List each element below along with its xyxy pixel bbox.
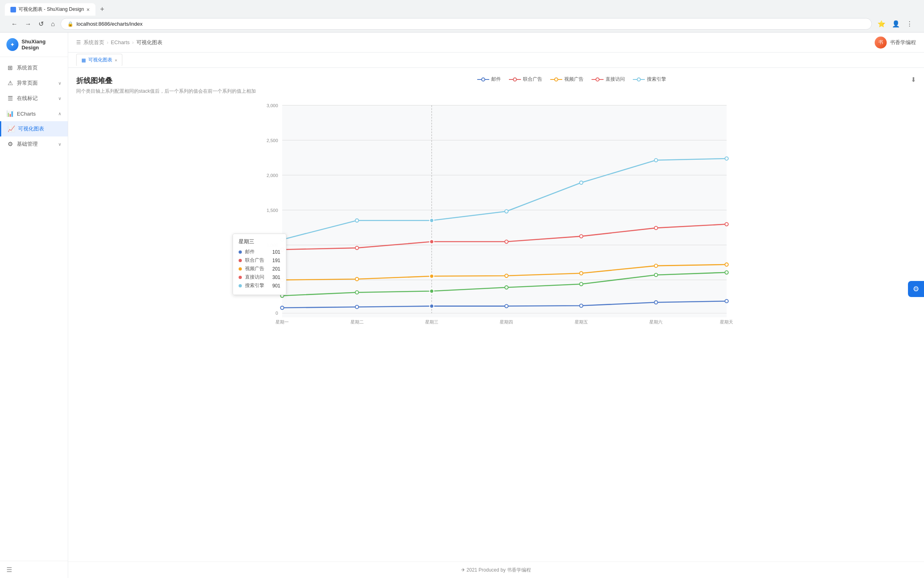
- sidebar-item-home[interactable]: ⊞ 系统首页: [0, 60, 68, 75]
- url-bar[interactable]: 🔒 localhost:8686/echarts/index: [61, 18, 872, 30]
- sidebar-item-label: 基础管理: [17, 140, 38, 148]
- svg-point-60: [725, 271, 728, 274]
- menu-icon[interactable]: ☰: [6, 566, 12, 573]
- svg-text:1,500: 1,500: [267, 208, 278, 213]
- legend-item-search: 搜索引擎: [633, 76, 666, 83]
- logo-icon: ✦: [6, 38, 18, 51]
- legend-label-email: 邮件: [491, 76, 501, 83]
- sidebar-nav: ⊞ 系统首页 ⚠ 异常页面 ∨ ☰ 在线标记 ∨ 📊 ECharts ∧ 📈 可…: [0, 57, 68, 561]
- home-icon: ⊞: [6, 64, 14, 71]
- page-tab-icon: ▦: [81, 57, 86, 63]
- profile-button[interactable]: 👤: [890, 18, 902, 29]
- svg-point-69: [430, 240, 434, 244]
- browser-tab[interactable]: 可视化图表 - ShuXiang Design ×: [5, 3, 95, 16]
- sidebar-logo: ✦ ShuXiang Design: [0, 33, 68, 57]
- svg-point-66: [654, 301, 658, 304]
- svg-point-57: [505, 286, 508, 289]
- sidebar-item-label: ECharts: [17, 111, 36, 117]
- footer-icon: ✈: [461, 567, 465, 573]
- top-bar: ☰ 系统首页 › ECharts › 可视化图表 书 书香学编程: [68, 33, 924, 53]
- main-content: ☰ 系统首页 › ECharts › 可视化图表 书 书香学编程 ▦ 可视化图表…: [68, 33, 924, 578]
- legend-line-email: [477, 77, 489, 82]
- chevron-down-icon: ∨: [58, 81, 61, 86]
- svg-point-58: [580, 283, 583, 286]
- chevron-up-icon: ∧: [58, 111, 61, 116]
- page-tab-viz[interactable]: ▦ 可视化图表 ×: [76, 54, 122, 66]
- svg-point-53: [725, 263, 728, 266]
- extensions-button[interactable]: ⭐: [876, 18, 887, 29]
- svg-text:1,000: 1,000: [267, 243, 278, 248]
- svg-point-65: [580, 304, 583, 307]
- sidebar-item-label: 可视化图表: [18, 125, 44, 132]
- tab-close-button[interactable]: ×: [86, 6, 89, 13]
- svg-text:星期三: 星期三: [425, 320, 438, 324]
- sidebar-item-bookmark[interactable]: ☰ 在线标记 ∨: [0, 91, 68, 106]
- sidebar-item-label: 在线标记: [17, 95, 38, 102]
- chart-area: 折线图堆叠 同个类目轴上系列配置相同的stack值后，后一个系列的值会在前一个系…: [68, 68, 924, 562]
- svg-point-48: [355, 277, 359, 281]
- new-tab-button[interactable]: +: [97, 4, 108, 15]
- svg-point-38: [654, 159, 658, 162]
- warning-icon: ⚠: [6, 79, 14, 87]
- sidebar-item-echarts[interactable]: 📊 ECharts ∧: [0, 106, 68, 121]
- sidebar-item-error[interactable]: ⚠ 异常页面 ∨: [0, 75, 68, 91]
- back-button[interactable]: ←: [10, 19, 19, 29]
- tab-strip: ▦ 可视化图表 ×: [68, 53, 924, 68]
- sidebar-item-label: 系统首页: [17, 64, 38, 71]
- download-button[interactable]: ⬇: [911, 76, 916, 83]
- settings-icon: ⚙: [6, 140, 14, 148]
- svg-text:0: 0: [276, 311, 278, 315]
- menu-button[interactable]: ⋮: [905, 18, 914, 29]
- svg-point-54: [280, 294, 284, 297]
- svg-text:500: 500: [270, 278, 278, 283]
- chevron-down-icon: ∨: [58, 96, 61, 101]
- user-area: 书 书香学编程: [875, 37, 916, 49]
- legend-item-email: 邮件: [477, 76, 501, 83]
- svg-point-43: [505, 240, 508, 243]
- legend-line-direct: [592, 77, 604, 82]
- svg-text:2,500: 2,500: [267, 138, 278, 143]
- legend-line-union: [509, 77, 521, 82]
- svg-point-33: [280, 238, 284, 241]
- svg-point-59: [654, 273, 658, 277]
- forward-button[interactable]: →: [23, 19, 33, 29]
- svg-point-40: [280, 248, 284, 251]
- settings-fab-button[interactable]: ⚙: [908, 281, 924, 297]
- svg-point-71: [430, 289, 434, 293]
- svg-point-50: [505, 274, 508, 277]
- chart-svg: 3,000 2,500 2,000 1,500 1,000 500 0 星期一 …: [76, 101, 916, 334]
- user-name: 书香学编程: [890, 39, 916, 46]
- legend-label-direct: 直接访问: [606, 76, 625, 83]
- lock-icon: 🔒: [67, 21, 73, 27]
- breadcrumb-current: 可视化图表: [136, 39, 162, 46]
- sidebar-item-viz[interactable]: 📈 可视化图表: [0, 121, 68, 136]
- home-button[interactable]: ⌂: [49, 19, 57, 29]
- page-tab-label: 可视化图表: [88, 57, 112, 63]
- legend-label-union: 联合广告: [523, 76, 542, 83]
- svg-point-46: [725, 222, 728, 226]
- svg-point-39: [725, 157, 728, 160]
- page-tab-close-button[interactable]: ×: [115, 58, 117, 63]
- sidebar-item-base[interactable]: ⚙ 基础管理 ∨: [0, 136, 68, 152]
- avatar: 书: [875, 37, 887, 49]
- footer-text: 2021 Produced by 书香学编程: [466, 567, 531, 573]
- breadcrumb-home[interactable]: 系统首页: [83, 39, 104, 46]
- chevron-down-icon: ∨: [58, 142, 61, 147]
- svg-point-62: [355, 305, 359, 309]
- svg-point-41: [355, 246, 359, 249]
- svg-point-70: [430, 274, 434, 278]
- legend-item-direct: 直接访问: [592, 76, 625, 83]
- chart-subtitle: 同个类目轴上系列配置相同的stack值后，后一个系列的值会在前一个系列的值上相加: [76, 88, 916, 95]
- legend-item-union: 联合广告: [509, 76, 542, 83]
- viz-icon: 📈: [8, 125, 15, 132]
- svg-point-7: [596, 78, 599, 81]
- svg-text:星期五: 星期五: [575, 320, 588, 324]
- refresh-button[interactable]: ↺: [37, 18, 45, 29]
- legend-label-video: 视频广告: [564, 76, 584, 83]
- breadcrumb-echarts[interactable]: ECharts: [111, 39, 130, 45]
- browser-chrome: 可视化图表 - ShuXiang Design × + ← → ↺ ⌂ 🔒 lo…: [0, 0, 924, 33]
- svg-point-34: [355, 219, 359, 222]
- chart-icon: 📊: [6, 110, 14, 117]
- svg-point-61: [280, 306, 284, 309]
- settings-fab-icon: ⚙: [913, 285, 919, 293]
